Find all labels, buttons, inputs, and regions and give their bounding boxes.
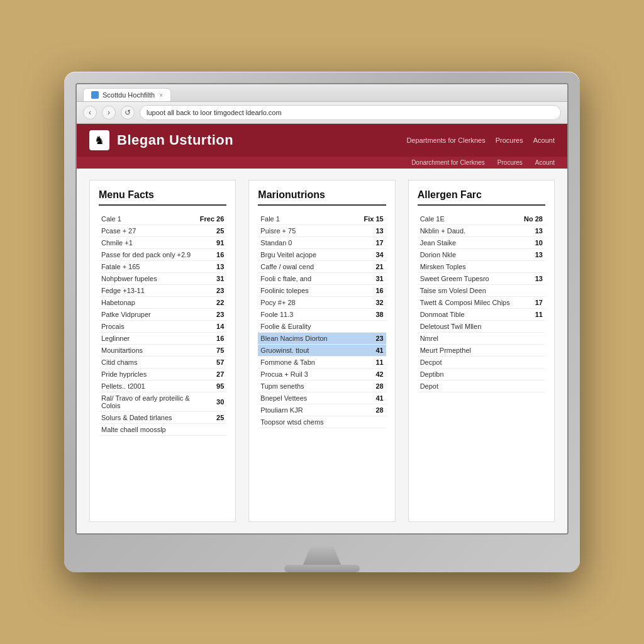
row-value: 10 (519, 237, 545, 249)
table-row: Blean Nacims Diorton 23 (258, 333, 386, 345)
table-row: Procua + Ruil 3 42 (258, 369, 386, 380)
row-value: 25 (197, 412, 227, 424)
row-value: 95 (197, 380, 227, 392)
table-row: Cale 1 Frec 26 (99, 213, 226, 225)
row-label: Donmoat Tible (418, 309, 519, 321)
row-value (353, 321, 386, 333)
table-row: Citid chams 57 (99, 357, 226, 369)
row-label: Meurt Prmepthel (418, 345, 519, 357)
row-label: Jean Staike (418, 237, 519, 249)
table-row: Patke Vidpruper 23 (99, 309, 226, 321)
macronutritions-table: Fale 1 Fix 15 Puisre + 75 13 Standan 0 1… (258, 213, 386, 428)
table-row: Twett & Composi Milec Chips 17 (418, 297, 545, 309)
table-row: Passe for ded pack only +2.9 16 (99, 249, 226, 261)
row-value (519, 380, 545, 392)
row-value: 34 (353, 249, 386, 261)
row-value: 23 (197, 309, 227, 321)
row-label: Toopsor wtsd chems (258, 416, 353, 428)
row-value: 13 (519, 249, 545, 261)
table-row: Solurs & Dated tirlanes 25 (99, 412, 226, 424)
table-row: Donmoat Tible 11 (418, 309, 545, 321)
table-row: Leglinner 16 (99, 333, 226, 345)
row-value: 11 (519, 309, 545, 321)
row-label: Taise sm Volesl Deen (418, 285, 519, 297)
row-label: Cale 1 (99, 213, 197, 225)
header-nav-item-1[interactable]: Departments for Clerknes (406, 136, 485, 144)
row-value: 91 (197, 237, 227, 249)
row-value: 23 (197, 285, 227, 297)
table-row: Deptibn (418, 369, 545, 380)
table-row: Tupm seneths 28 (258, 380, 386, 392)
row-label: Ptouliarn KJR (258, 404, 353, 416)
row-label: Pocy #+ 28 (258, 297, 353, 309)
header-nav-item-2[interactable]: Procures (496, 136, 523, 144)
table-row: Deletoust Twil Mllen (418, 321, 545, 333)
row-label: Deletoust Twil Mllen (418, 321, 519, 333)
menu-facts-table: Cale 1 Frec 26 Pcase + 27 25 Chmile +1 9… (99, 213, 226, 436)
row-label: Deptibn (418, 369, 519, 380)
table-row: Pcase + 27 25 (99, 225, 226, 237)
table-row: Mounitartions 75 (99, 345, 226, 357)
row-label: Procais (99, 321, 197, 333)
row-value: Fix 15 (353, 213, 386, 225)
row-label: Dorion Nkle (418, 249, 519, 261)
row-value: 27 (197, 369, 227, 380)
table-row: Chmile +1 91 (99, 237, 226, 249)
table-row: Foole 11.3 38 (258, 309, 386, 321)
row-label: Foolie & Eurality (258, 321, 353, 333)
sub-nav-item-3[interactable]: Acount (535, 159, 555, 166)
header-nav-item-3[interactable]: Acount (533, 136, 555, 144)
row-label: Mirsken Toples (418, 261, 519, 273)
row-value: 41 (353, 345, 386, 357)
row-label: Foolinic tolepes (258, 285, 353, 297)
row-value: 22 (197, 297, 227, 309)
row-value: 23 (353, 333, 386, 345)
table-row: Fooli c ftale, and 31 (258, 273, 386, 285)
row-value: 14 (197, 321, 227, 333)
allergen-table: Cale 1E No 28 Nkblin + Daud. 13 Jean Sta… (418, 213, 545, 392)
table-row: Mirsken Toples (418, 261, 545, 273)
sub-nav-item-1[interactable]: Donarchment for Clerknes (411, 159, 485, 166)
table-row: Caffe / owal cend 21 (258, 261, 386, 273)
row-value (519, 333, 545, 345)
row-value: 42 (353, 369, 386, 380)
allergen-section: Allergen Farc Cale 1E No 28 Nkblin + Dau… (408, 180, 555, 522)
main-content: Menu Facts Cale 1 Frec 26 Pcase + 27 25 … (77, 169, 567, 533)
table-row: Nkblin + Daud. 13 (418, 225, 545, 237)
sub-nav-item-2[interactable]: Procures (497, 159, 523, 166)
row-value: Frec 26 (197, 213, 227, 225)
row-label: Twett & Composi Milec Chips (418, 297, 519, 309)
row-label: Solurs & Dated tirlanes (99, 412, 197, 424)
header-nav: Departments for Clerknes Procures Acount (406, 136, 555, 144)
table-row: Pocy #+ 28 32 (258, 297, 386, 309)
table-row: Nmrel (418, 333, 545, 345)
table-row: Depot (418, 380, 545, 392)
row-value: 16 (353, 285, 386, 297)
macronutritions-title: Marionutrions (258, 189, 386, 206)
row-value: 31 (353, 273, 386, 285)
row-value: 25 (197, 225, 227, 237)
table-row: Fale 1 Fix 15 (258, 213, 386, 225)
row-label: Fooli c ftale, and (258, 273, 353, 285)
row-label: Mounitartions (99, 345, 197, 357)
tab-favicon (91, 91, 99, 99)
monitor-stand (284, 546, 360, 572)
address-bar[interactable]: lupoot all back to loor timgodect ldearl… (140, 105, 561, 120)
table-row: Nohpbwer fupeles 31 (99, 273, 226, 285)
row-value: 28 (353, 380, 386, 392)
row-value: 17 (519, 297, 545, 309)
row-label: Procua + Ruil 3 (258, 369, 353, 380)
row-value: 38 (353, 309, 386, 321)
row-label: Depot (418, 380, 519, 392)
tab-close-button[interactable]: × (159, 92, 163, 99)
row-value: No 28 (519, 213, 545, 225)
row-value: 41 (353, 392, 386, 404)
refresh-button[interactable]: ↺ (121, 106, 135, 119)
menu-facts-section: Menu Facts Cale 1 Frec 26 Pcase + 27 25 … (89, 180, 236, 522)
forward-button[interactable]: › (102, 106, 116, 119)
browser-tab-active[interactable]: Scottdu Hochfilth × (83, 88, 171, 101)
browser-tabs: Scottdu Hochfilth × (83, 88, 561, 101)
back-button[interactable]: ‹ (83, 106, 97, 119)
site-logo: ♞ (89, 130, 109, 150)
table-row: Fedge +13-11 23 (99, 285, 226, 297)
